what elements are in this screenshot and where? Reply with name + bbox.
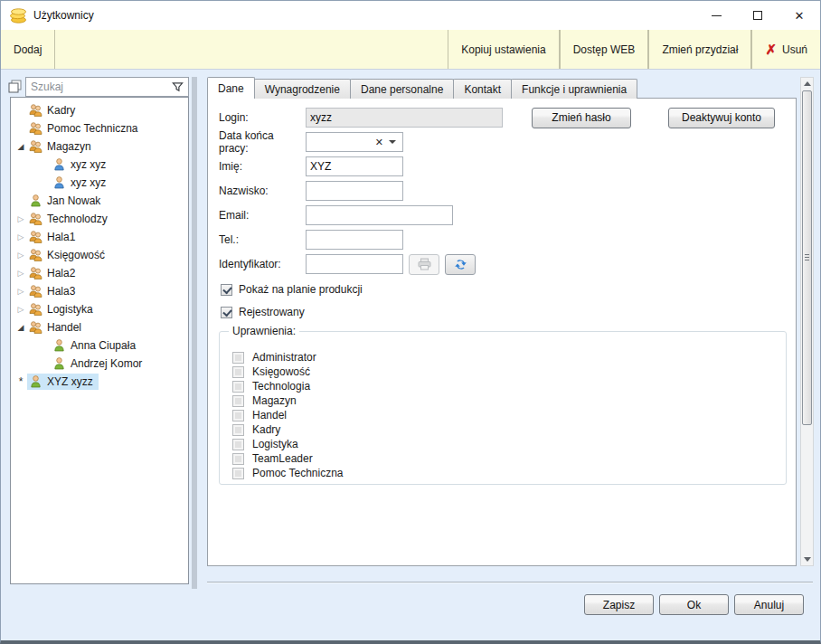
copy-settings-button[interactable]: Kopiuj ustawienia bbox=[448, 30, 559, 69]
tab-dane-personalne[interactable]: Dane personalne bbox=[350, 79, 454, 99]
tree-item[interactable]: ▷Hala2 bbox=[11, 264, 188, 282]
tab-strip: DaneWynagrodzenieDane personalneKontaktF… bbox=[207, 77, 637, 99]
tree-item-label: Technolodzy bbox=[47, 213, 108, 225]
permission-checkbox[interactable] bbox=[232, 424, 244, 436]
users-window: Użytkownicy ✕ Dodaj Kopiuj ustawienia Do… bbox=[0, 0, 821, 644]
permission-row[interactable]: TeamLeader bbox=[232, 451, 786, 466]
permission-row[interactable]: Administrator bbox=[232, 350, 786, 365]
search-input[interactable] bbox=[31, 80, 172, 93]
tab-funkcje-i-uprawnienia[interactable]: Funkcje i uprawnienia bbox=[511, 79, 637, 99]
permission-row[interactable]: Księgowość bbox=[232, 365, 786, 379]
login-field bbox=[310, 111, 498, 124]
panel-splitter[interactable] bbox=[192, 77, 197, 589]
permission-checkbox[interactable] bbox=[232, 395, 244, 407]
group-icon bbox=[28, 139, 43, 154]
expander-icon[interactable]: ◢ bbox=[14, 323, 27, 332]
tree-item[interactable]: Anna Ciupała bbox=[11, 336, 188, 355]
permission-checkbox[interactable] bbox=[232, 410, 244, 421]
identifier-field-box bbox=[306, 254, 403, 274]
permission-row[interactable]: Magazyn bbox=[232, 393, 786, 408]
tree-item-label: Księgowość bbox=[47, 249, 105, 261]
collapse-all-icon[interactable] bbox=[7, 79, 23, 94]
user-icon bbox=[28, 194, 43, 208]
expander-icon[interactable]: ▷ bbox=[14, 305, 27, 314]
expander-icon[interactable]: ▷ bbox=[14, 287, 27, 296]
close-button[interactable]: ✕ bbox=[779, 1, 820, 30]
permission-checkbox[interactable] bbox=[232, 381, 244, 393]
tree-item-label: Logistyka bbox=[47, 303, 93, 316]
scrollbar-track[interactable] bbox=[801, 90, 813, 554]
change-assignment-button[interactable]: Zmień przydział bbox=[648, 30, 751, 69]
permission-row[interactable]: Logistyka bbox=[232, 437, 786, 451]
tree-item[interactable]: xyz xyz bbox=[11, 156, 188, 174]
vertical-scrollbar[interactable] bbox=[800, 77, 814, 566]
expander-icon[interactable]: ▷ bbox=[14, 251, 27, 260]
tree-item[interactable]: Jan Nowak bbox=[11, 192, 188, 210]
permission-row[interactable]: Handel bbox=[232, 408, 786, 422]
permission-row[interactable]: Kadry bbox=[232, 422, 786, 437]
tree-item[interactable]: ▷Logistyka bbox=[11, 300, 188, 318]
scrollbar-thumb[interactable] bbox=[802, 90, 812, 425]
web-access-button[interactable]: Dostęp WEB bbox=[560, 30, 649, 69]
expander-icon[interactable]: ▷ bbox=[14, 214, 27, 223]
permission-checkbox[interactable] bbox=[232, 352, 244, 364]
tree-item[interactable]: Pomoc Techniczna bbox=[11, 119, 188, 137]
tab-dane[interactable]: Dane bbox=[207, 77, 255, 99]
permission-row[interactable]: Pomoc Techniczna bbox=[232, 466, 786, 480]
end-date-field[interactable] bbox=[310, 136, 363, 148]
tab-wynagrodzenie[interactable]: Wynagrodzenie bbox=[254, 79, 351, 99]
tree-item[interactable]: ▷Hala1 bbox=[11, 228, 188, 246]
tree-item[interactable]: ▷Technolodzy bbox=[11, 210, 188, 228]
tree-item[interactable]: *XYZ xyzz bbox=[11, 373, 188, 391]
identifier-field[interactable] bbox=[310, 258, 399, 270]
tree-item[interactable]: ▷Księgowość bbox=[11, 246, 188, 264]
group-icon bbox=[28, 266, 43, 280]
tree-item[interactable]: ◢Magazyn bbox=[11, 137, 188, 156]
expander-icon[interactable]: ◢ bbox=[14, 142, 27, 151]
tree-item[interactable]: Kadry bbox=[11, 101, 188, 119]
show-on-plan-row[interactable]: Pokaż na planie produkcji bbox=[221, 283, 785, 296]
change-password-button[interactable]: Zmień hasło bbox=[532, 108, 631, 128]
phone-field[interactable] bbox=[310, 233, 399, 246]
clear-date-icon[interactable]: ✕ bbox=[373, 137, 386, 148]
scroll-down-button[interactable] bbox=[801, 554, 813, 565]
tab-kontakt[interactable]: Kontakt bbox=[453, 79, 512, 99]
save-button[interactable]: Zapisz bbox=[584, 594, 654, 615]
add-button[interactable]: Dodaj bbox=[1, 30, 55, 69]
phone-label: Tel.: bbox=[219, 233, 306, 246]
tree-item[interactable]: ▷Hala3 bbox=[11, 282, 188, 300]
scroll-up-button[interactable] bbox=[801, 78, 813, 90]
delete-button[interactable]: ✗ Usuń bbox=[751, 30, 820, 69]
permission-checkbox[interactable] bbox=[232, 439, 244, 450]
minimize-button[interactable] bbox=[695, 1, 737, 30]
registered-checkbox[interactable] bbox=[221, 307, 232, 318]
tree-item[interactable]: xyz xyz bbox=[11, 174, 188, 192]
permission-checkbox[interactable] bbox=[232, 366, 244, 378]
cancel-button[interactable]: Anuluj bbox=[734, 594, 804, 615]
tree-item[interactable]: ◢Handel bbox=[11, 318, 188, 336]
show-on-plan-checkbox[interactable] bbox=[221, 284, 232, 296]
deactivate-account-button[interactable]: Deaktywuj konto bbox=[668, 108, 775, 128]
permission-checkbox[interactable] bbox=[232, 468, 244, 479]
footer-separator bbox=[207, 582, 813, 582]
scroll-up-icon bbox=[804, 81, 811, 86]
show-on-plan-label: Pokaż na planie produkcji bbox=[239, 283, 363, 296]
permission-row[interactable]: Technologia bbox=[232, 379, 786, 393]
group-icon bbox=[28, 284, 43, 298]
group-icon bbox=[28, 248, 43, 262]
ok-button[interactable]: Ok bbox=[659, 594, 729, 615]
expander-icon[interactable]: ▷ bbox=[14, 269, 27, 278]
maximize-button[interactable] bbox=[737, 1, 779, 30]
email-field[interactable] bbox=[310, 209, 448, 222]
permission-checkbox[interactable] bbox=[232, 453, 244, 465]
filter-funnel-icon[interactable] bbox=[172, 81, 184, 93]
expander-icon[interactable]: ▷ bbox=[14, 232, 27, 242]
group-icon bbox=[28, 230, 43, 244]
print-identifier-button[interactable] bbox=[409, 254, 439, 275]
tree-item[interactable]: Andrzej Komor bbox=[11, 355, 188, 373]
refresh-identifier-button[interactable] bbox=[445, 254, 476, 275]
date-dropdown-icon[interactable] bbox=[389, 140, 396, 144]
registered-row[interactable]: Rejestrowany bbox=[221, 306, 785, 318]
last-name-field[interactable] bbox=[310, 185, 399, 197]
first-name-field[interactable] bbox=[310, 160, 399, 173]
